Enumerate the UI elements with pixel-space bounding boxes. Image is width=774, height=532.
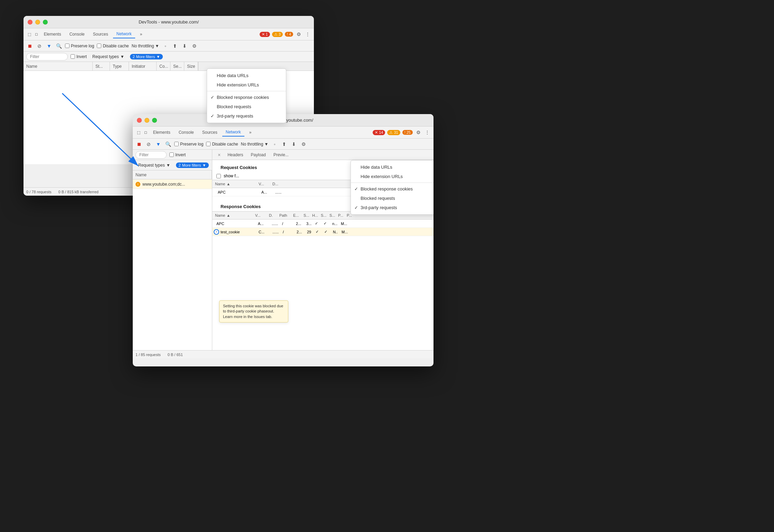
invert-label-1[interactable]: Invert: [71, 54, 87, 59]
more-icon-2[interactable]: ⋮: [424, 129, 431, 136]
tab-network-2[interactable]: Network: [222, 128, 244, 137]
menu-hide-ext-urls-2[interactable]: Hide extension URLs: [351, 172, 433, 181]
more-filters-btn-1[interactable]: 2 More filters ▼: [130, 54, 163, 59]
menu-3rd-party-1[interactable]: 3rd-party requests: [207, 111, 286, 121]
menu-blocked-resp-cookies-1[interactable]: Blocked response cookies: [207, 93, 286, 102]
th-name-2: Name: [133, 170, 212, 179]
preserve-log-label-2[interactable]: Preserve log: [174, 142, 203, 147]
tab-more-2[interactable]: »: [246, 129, 255, 136]
more-filter-toolbar-2: Request types ▼ 2 More filters ▼: [133, 160, 212, 170]
settings-icon-2[interactable]: ⚙: [415, 129, 422, 136]
panel-tab-payload[interactable]: Payload: [248, 151, 269, 159]
tab-console-2[interactable]: Console: [175, 129, 197, 136]
filter-btn-2[interactable]: ▼: [155, 141, 162, 148]
menu-hide-ext-urls-1[interactable]: Hide extension URLs: [207, 80, 286, 90]
settings-icon-1[interactable]: ⚙: [295, 31, 302, 38]
disable-cache-label-2[interactable]: Disable cache: [206, 142, 238, 147]
traffic-lights-1[interactable]: [28, 20, 48, 25]
upload-icon-1[interactable]: ⬆: [171, 43, 178, 49]
stop-recording-btn-1[interactable]: ⏹: [26, 43, 33, 49]
tab-elements-2[interactable]: Elements: [150, 129, 174, 136]
disable-cache-checkbox-1[interactable]: [97, 44, 101, 48]
disable-cache-checkbox-2[interactable]: [206, 142, 211, 146]
resp-cookie-p-apc: M...: [339, 222, 348, 226]
download-icon-2[interactable]: ⬇: [290, 141, 297, 148]
left-panel-2: Invert Request types ▼ 2 More filters ▼ …: [133, 150, 212, 350]
resp-cookie-row-1[interactable]: APC A... ...... / 2... 3... ✓ ✓ n... M..…: [212, 220, 433, 228]
preserve-log-label-1[interactable]: Preserve log: [65, 44, 94, 48]
more-icon-1[interactable]: ⋮: [304, 31, 311, 38]
upload-icon-2[interactable]: ⬆: [281, 141, 288, 148]
request-types-btn-2[interactable]: Request types ▼: [136, 162, 173, 168]
tab-sources-1[interactable]: Sources: [90, 30, 112, 38]
warning-icon-2: ⚠: [389, 130, 393, 135]
disable-cache-label-1[interactable]: Disable cache: [97, 44, 129, 48]
menu-blocked-requests-2[interactable]: Blocked requests: [351, 194, 433, 203]
settings2-icon-1[interactable]: ⚙: [191, 43, 198, 49]
tab-sources-2[interactable]: Sources: [199, 129, 221, 136]
cursor-icon-1[interactable]: ⬚: [26, 31, 32, 38]
warning-badge-2: ⚠ 31: [387, 130, 400, 135]
download-icon-1[interactable]: ⬇: [181, 43, 188, 49]
preserve-log-checkbox-2[interactable]: [174, 142, 179, 146]
panel-close-tab[interactable]: ×: [215, 151, 223, 159]
maximize-button-1[interactable]: [43, 20, 48, 25]
network-row-1[interactable]: ! www.youtube.com;dc...: [133, 179, 212, 189]
tab-network-1[interactable]: Network: [113, 30, 135, 38]
invert-label-2[interactable]: Invert: [169, 152, 186, 157]
clear-btn-2[interactable]: ⊘: [145, 141, 152, 148]
warning-badge-1: ⚠ 3: [272, 32, 283, 37]
resp-cookie-v-apc: A...: [257, 222, 270, 226]
panel-tab-headers[interactable]: Headers: [224, 151, 246, 159]
menu-blocked-resp-cookies-2[interactable]: Blocked response cookies: [351, 184, 433, 194]
mobile-icon-1[interactable]: □: [34, 31, 39, 38]
minimize-button-1[interactable]: [35, 20, 40, 25]
clear-btn-1[interactable]: ⊘: [36, 43, 43, 49]
maximize-button-2[interactable]: [152, 118, 157, 123]
search-btn-1[interactable]: 🔍: [55, 43, 62, 49]
close-button-1[interactable]: [28, 20, 32, 25]
search-btn-2[interactable]: 🔍: [165, 141, 171, 148]
tab-console-1[interactable]: Console: [66, 30, 88, 38]
menu-3rd-party-2[interactable]: 3rd-party requests: [351, 203, 433, 212]
requests-count-1: 0 / 78 requests: [26, 190, 52, 194]
settings2-icon-2[interactable]: ⚙: [300, 141, 307, 148]
menu-hide-data-urls-1[interactable]: Hide data URLs: [207, 71, 286, 80]
close-button-2[interactable]: [137, 118, 142, 123]
resp-cookie-row-2[interactable]: ! test_cookie C... ...... / 2... 29 ✓ ✓ …: [212, 228, 433, 236]
chevron-down-icon-req-1: ▼: [120, 54, 124, 59]
throttle-select-1[interactable]: No throttling ▼: [132, 44, 159, 48]
invert-checkbox-1[interactable]: [71, 54, 75, 59]
transferred-2: 0 B / 651: [168, 353, 183, 357]
th-name-1: Name: [24, 62, 93, 71]
menu-hide-data-urls-2[interactable]: Hide data URLs: [351, 162, 433, 172]
filter-input-2[interactable]: [136, 151, 167, 159]
request-types-btn-1[interactable]: Request types ▼: [90, 54, 127, 60]
mobile-icon-2[interactable]: □: [143, 129, 148, 136]
tab-elements-1[interactable]: Elements: [40, 30, 65, 38]
minimize-button-2[interactable]: [144, 118, 149, 123]
th-size-1: Size: [184, 62, 198, 71]
throttle-select-2[interactable]: No throttling ▼: [241, 142, 269, 147]
info-badge-1: ! 4: [285, 32, 293, 37]
dropdown-menu-2: Hide data URLs Hide extension URLs Block…: [351, 160, 433, 215]
tab-badges-2: ✕ 14 ⚠ 31 ! 25 ⚙ ⋮: [373, 129, 431, 136]
requests-count-2: 1 / 85 requests: [136, 353, 161, 357]
traffic-lights-2[interactable]: [137, 118, 157, 123]
filter-input-1[interactable]: [26, 53, 68, 60]
resp-cookie-v-test: C...: [257, 230, 271, 234]
filter-btn-1[interactable]: ▼: [46, 43, 53, 49]
cursor-icon-2[interactable]: ⬚: [136, 129, 142, 136]
panel-tab-preview[interactable]: Previe...: [270, 151, 292, 159]
preserve-log-checkbox-1[interactable]: [65, 44, 69, 48]
more-filters-btn-2[interactable]: 2 More filters ▼: [176, 162, 209, 168]
error-icon-1: ✕: [262, 32, 265, 37]
stop-recording-btn-2[interactable]: ⏹: [136, 141, 142, 148]
tab-more-1[interactable]: »: [137, 30, 146, 38]
wifi-icon-1[interactable]: ◦: [162, 43, 169, 49]
wifi-icon-2[interactable]: ◦: [271, 141, 278, 148]
show-filtered-checkbox[interactable]: [216, 174, 221, 178]
menu-blocked-requests-1[interactable]: Blocked requests: [207, 102, 286, 111]
invert-checkbox-2[interactable]: [169, 152, 174, 157]
title-bar-1: DevTools - www.youtube.com/: [24, 16, 314, 28]
